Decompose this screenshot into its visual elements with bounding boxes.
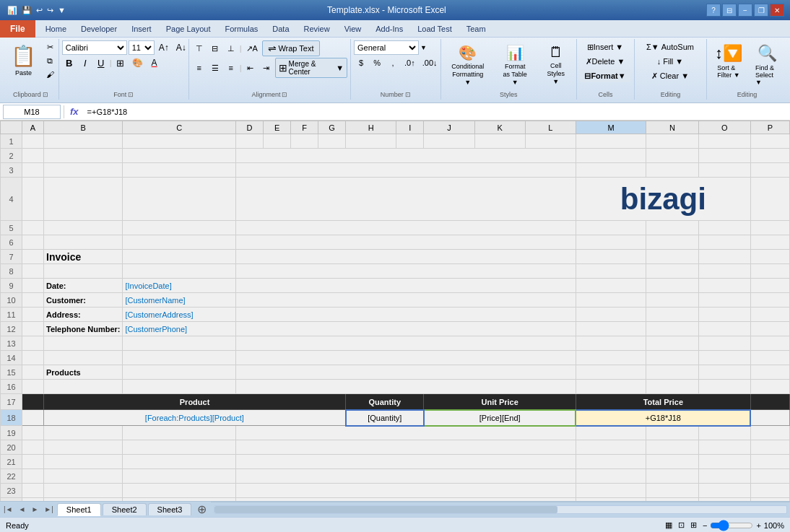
cell-a1[interactable] bbox=[22, 134, 44, 149]
cell-p7[interactable] bbox=[750, 250, 789, 264]
qa-dropdown[interactable]: ▼ bbox=[56, 4, 67, 16]
cell-o24[interactable] bbox=[698, 498, 750, 502]
menu-view[interactable]: View bbox=[337, 20, 369, 38]
cell-p14[interactable] bbox=[750, 351, 789, 365]
cell-m15[interactable] bbox=[576, 365, 646, 380]
cell-p1[interactable] bbox=[750, 134, 789, 149]
cell-d24[interactable] bbox=[236, 498, 576, 502]
cell-styles-button[interactable]: 🗒 CellStyles ▼ bbox=[539, 40, 573, 89]
cell-c6[interactable] bbox=[123, 235, 236, 250]
row-num-1[interactable]: 1 bbox=[1, 134, 22, 149]
save-qa-btn[interactable]: 💾 bbox=[20, 4, 33, 17]
cell-p8[interactable] bbox=[750, 264, 789, 279]
col-header-n[interactable]: N bbox=[646, 121, 698, 134]
font-shrink-button[interactable]: A↓ bbox=[173, 41, 189, 54]
redo-qa-btn[interactable]: ↪ bbox=[45, 4, 55, 17]
cell-o16[interactable] bbox=[698, 380, 750, 394]
cell-b10[interactable]: Customer: bbox=[44, 293, 123, 308]
cell-m10[interactable] bbox=[576, 293, 646, 308]
cell-m7[interactable] bbox=[576, 250, 646, 264]
grid-scroll[interactable]: A B C D E F G H I J K L M N O P bbox=[0, 121, 790, 501]
cell-a9[interactable] bbox=[22, 279, 44, 293]
cell-n22[interactable] bbox=[646, 469, 698, 484]
cell-p10[interactable] bbox=[750, 293, 789, 308]
cell-d3[interactable] bbox=[236, 163, 576, 178]
cell-a16[interactable] bbox=[22, 380, 44, 394]
cell-n7[interactable] bbox=[646, 250, 698, 264]
undo-qa-btn[interactable]: ↩ bbox=[35, 4, 44, 17]
col-header-p[interactable]: P bbox=[750, 121, 789, 134]
row-num-4[interactable]: 4 bbox=[1, 178, 22, 221]
cell-f1[interactable] bbox=[291, 134, 318, 149]
merge-dropdown-icon[interactable]: ▼ bbox=[336, 64, 344, 72]
cell-n9[interactable] bbox=[646, 279, 698, 293]
cell-n11[interactable] bbox=[646, 308, 698, 322]
cell-d16[interactable] bbox=[236, 380, 576, 394]
cut-button[interactable]: ✂ bbox=[43, 40, 57, 53]
col-header-i[interactable]: I bbox=[396, 121, 424, 134]
cell-p12[interactable] bbox=[750, 322, 789, 336]
cell-b2[interactable] bbox=[44, 149, 123, 163]
align-middle-button[interactable]: ⊟ bbox=[208, 42, 222, 55]
formula-input[interactable] bbox=[84, 105, 787, 119]
cell-b20[interactable] bbox=[44, 440, 123, 455]
cell-a22[interactable] bbox=[22, 469, 44, 484]
cell-e1[interactable] bbox=[264, 134, 291, 149]
row-num-10[interactable]: 10 bbox=[1, 293, 22, 308]
cell-o2[interactable] bbox=[698, 149, 750, 163]
cell-a7[interactable] bbox=[22, 250, 44, 264]
insert-button[interactable]: ⊞ Insert ▼ bbox=[580, 40, 630, 53]
cell-d23[interactable] bbox=[236, 484, 576, 498]
cell-p22[interactable] bbox=[750, 469, 789, 484]
cell-h18[interactable]: [Quantity] bbox=[346, 410, 424, 426]
merge-center-button[interactable]: ⊞ Merge & Center ▼ bbox=[275, 58, 347, 78]
menu-addins[interactable]: Add-Ins bbox=[368, 20, 410, 38]
underline-button[interactable]: U bbox=[94, 56, 108, 69]
cell-a21[interactable] bbox=[22, 455, 44, 469]
menu-home[interactable]: Home bbox=[38, 20, 74, 38]
cell-p9[interactable] bbox=[750, 279, 789, 293]
col-header-c[interactable]: C bbox=[123, 121, 236, 134]
cell-p16[interactable] bbox=[750, 380, 789, 394]
cell-a14[interactable] bbox=[22, 351, 44, 365]
cell-a23[interactable] bbox=[22, 484, 44, 498]
cell-p15[interactable] bbox=[750, 365, 789, 380]
first-sheet-btn[interactable]: |◄ bbox=[1, 505, 15, 514]
fill-button[interactable]: ↓ Fill ▼ bbox=[638, 55, 703, 68]
cell-b24[interactable] bbox=[44, 498, 123, 502]
cell-b23[interactable] bbox=[44, 484, 123, 498]
row-num-9[interactable]: 9 bbox=[1, 279, 22, 293]
next-sheet-btn[interactable]: ► bbox=[29, 505, 40, 514]
cell-n20[interactable] bbox=[646, 440, 698, 455]
cell-p13[interactable] bbox=[750, 336, 789, 351]
cell-n12[interactable] bbox=[646, 322, 698, 336]
cell-m5[interactable] bbox=[576, 221, 646, 235]
cell-b11[interactable]: Address: bbox=[44, 308, 123, 322]
last-sheet-btn[interactable]: ►| bbox=[42, 505, 56, 514]
row-num-16[interactable]: 16 bbox=[1, 380, 22, 394]
cell-b8[interactable] bbox=[44, 264, 123, 279]
cell-d10[interactable] bbox=[236, 293, 576, 308]
cell-c12[interactable]: [CustomerPhone] bbox=[123, 322, 236, 336]
cell-o5[interactable] bbox=[698, 221, 750, 235]
sort-filter-button[interactable]: ↕🔽 Sort &Filter ▼ bbox=[710, 40, 747, 82]
cell-m21[interactable] bbox=[576, 455, 646, 469]
cell-o13[interactable] bbox=[698, 336, 750, 351]
row-num-12[interactable]: 12 bbox=[1, 322, 22, 336]
cell-c10[interactable]: [CustomerName] bbox=[123, 293, 236, 308]
cell-n23[interactable] bbox=[646, 484, 698, 498]
cell-n14[interactable] bbox=[646, 351, 698, 365]
cell-a13[interactable] bbox=[22, 336, 44, 351]
row-num-21[interactable]: 21 bbox=[1, 455, 22, 469]
menu-loadtest[interactable]: Load Test bbox=[410, 20, 459, 38]
cell-a24[interactable] bbox=[22, 498, 44, 502]
cell-o23[interactable] bbox=[698, 484, 750, 498]
col-header-e[interactable]: E bbox=[264, 121, 291, 134]
menu-insert[interactable]: Insert bbox=[124, 20, 159, 38]
zoom-out-btn[interactable]: − bbox=[703, 521, 707, 530]
menu-page-layout[interactable]: Page Layout bbox=[159, 20, 218, 38]
cell-c15[interactable] bbox=[123, 365, 236, 380]
cell-a12[interactable] bbox=[22, 322, 44, 336]
percent-button[interactable]: % bbox=[370, 56, 384, 69]
cell-a20[interactable] bbox=[22, 440, 44, 455]
